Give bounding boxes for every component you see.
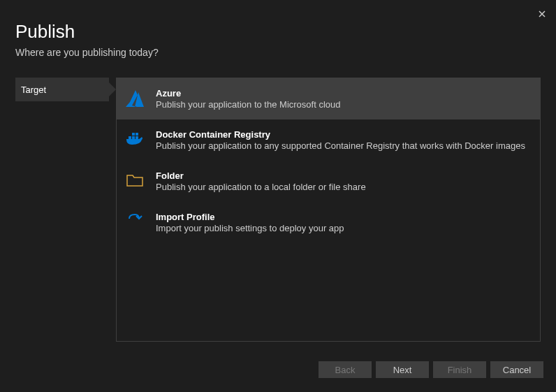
options-panel: Azure Publish your application to the Mi… bbox=[116, 78, 541, 342]
svg-rect-2 bbox=[136, 136, 138, 139]
option-folder[interactable]: Folder Publish your application to a loc… bbox=[117, 161, 540, 202]
svg-rect-1 bbox=[132, 136, 135, 139]
option-azure-text: Azure Publish your application to the Mi… bbox=[156, 88, 340, 110]
option-docker-text: Docker Container Registry Publish your a… bbox=[156, 129, 525, 151]
option-folder-desc: Publish your application to a local fold… bbox=[156, 182, 366, 192]
svg-rect-3 bbox=[132, 133, 135, 136]
dialog-title: Publish bbox=[15, 21, 541, 43]
option-docker-title: Docker Container Registry bbox=[156, 129, 525, 140]
option-import-text: Import Profile Import your publish setti… bbox=[156, 212, 344, 233]
option-import-title: Import Profile bbox=[156, 212, 344, 222]
dialog-content: Target Azure Publish your application to… bbox=[0, 65, 556, 342]
option-import[interactable]: Import Profile Import your publish setti… bbox=[117, 202, 540, 243]
dialog-header: Publish Where are you publishing today? bbox=[0, 0, 556, 65]
folder-icon bbox=[125, 170, 145, 190]
option-azure-title: Azure bbox=[156, 88, 340, 99]
dialog-footer: Back Next Finish Cancel bbox=[319, 361, 543, 378]
cancel-button[interactable]: Cancel bbox=[490, 361, 543, 378]
option-azure[interactable]: Azure Publish your application to the Mi… bbox=[117, 78, 540, 119]
import-icon bbox=[125, 212, 145, 231]
finish-button[interactable]: Finish bbox=[433, 361, 486, 378]
sidebar-item-target[interactable]: Target bbox=[15, 78, 109, 101]
svg-rect-0 bbox=[129, 136, 131, 139]
option-docker[interactable]: Docker Container Registry Publish your a… bbox=[117, 119, 540, 161]
back-button[interactable]: Back bbox=[319, 361, 372, 378]
option-folder-title: Folder bbox=[156, 170, 366, 181]
dialog-subtitle: Where are you publishing today? bbox=[15, 47, 541, 58]
azure-icon bbox=[125, 88, 145, 108]
docker-icon bbox=[125, 129, 145, 149]
close-button[interactable] bbox=[535, 7, 549, 21]
option-docker-desc: Publish your application to any supporte… bbox=[156, 140, 525, 151]
next-button[interactable]: Next bbox=[376, 361, 429, 378]
option-azure-desc: Publish your application to the Microsof… bbox=[156, 99, 340, 110]
option-import-desc: Import your publish settings to deploy y… bbox=[156, 223, 344, 233]
svg-rect-4 bbox=[136, 133, 138, 136]
wizard-sidebar: Target bbox=[15, 78, 109, 342]
option-folder-text: Folder Publish your application to a loc… bbox=[156, 170, 366, 192]
sidebar-item-label: Target bbox=[21, 85, 46, 95]
